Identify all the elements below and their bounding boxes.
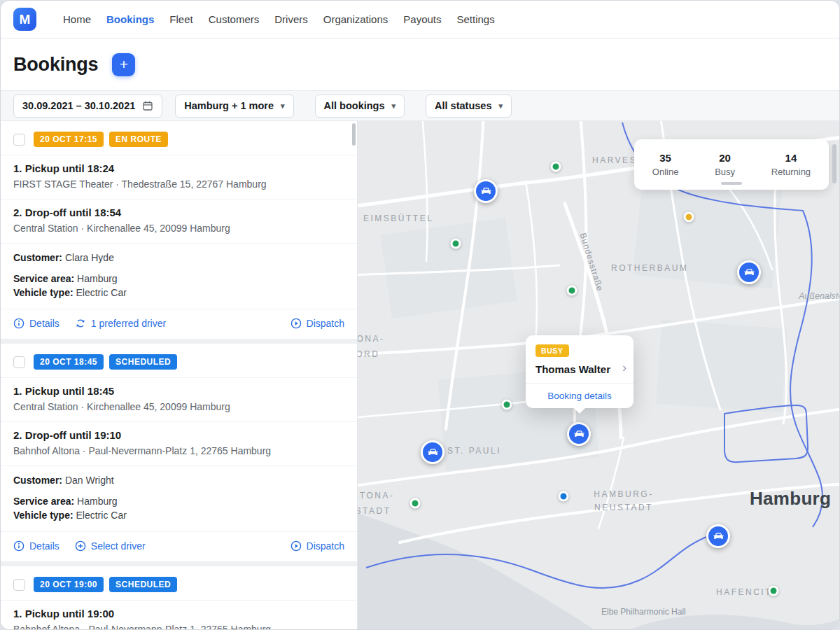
chevron-down-icon: ▾ xyxy=(281,102,285,110)
driver-popup: BUSY Thomas Walter › Booking details xyxy=(526,335,634,408)
details-link[interactable]: Details xyxy=(13,318,59,329)
status-dropdown[interactable]: All statuses ▾ xyxy=(426,94,512,118)
stat-returning: 14 Returning xyxy=(771,152,811,177)
nav-items: Home Bookings Fleet Customers Drivers Or… xyxy=(63,13,495,25)
filter-bar: 30.09.2021 – 30.10.2021 Hamburg + 1 more… xyxy=(1,90,839,121)
play-icon xyxy=(290,318,302,329)
driver-marker-online[interactable] xyxy=(567,286,578,296)
details-link[interactable]: Details xyxy=(13,540,59,552)
nav-item-home[interactable]: Home xyxy=(63,13,91,25)
driver-marker-online[interactable] xyxy=(410,498,421,509)
dropoff-title: 2. Drop-off until 19:10 xyxy=(13,429,344,441)
add-booking-button[interactable]: + xyxy=(112,53,135,76)
booking-status-badge: SCHEDULED xyxy=(109,354,177,370)
service-area-name: Hamburg xyxy=(77,496,118,507)
nav-item-bookings[interactable]: Bookings xyxy=(106,13,154,25)
preferred-driver-link[interactable]: 1 preferred driver xyxy=(75,318,166,329)
service-area-name: Hamburg xyxy=(77,273,118,284)
service-area-label: Service area: xyxy=(13,273,74,284)
service-area-label: Service area: xyxy=(13,496,74,507)
customer-label: Customer: xyxy=(13,475,62,486)
car-icon xyxy=(743,266,756,279)
dispatch-link[interactable]: Dispatch xyxy=(290,318,344,329)
dispatch-link[interactable]: Dispatch xyxy=(290,540,344,552)
pickup-title: 1. Pickup until 18:24 xyxy=(13,162,344,174)
stat-online: 35 Online xyxy=(652,152,679,177)
driver-marker-online[interactable] xyxy=(551,162,561,172)
nav-item-customers[interactable]: Customers xyxy=(209,13,260,25)
driver-marker-online[interactable] xyxy=(502,400,512,410)
nav-item-settings[interactable]: Settings xyxy=(457,13,495,25)
select-driver-link[interactable]: Select driver xyxy=(75,540,146,552)
nav-item-drivers[interactable]: Drivers xyxy=(274,13,308,25)
vehicle-type-name: Electric Car xyxy=(76,287,126,298)
lake-label: Außenalster xyxy=(799,291,839,301)
vehicle-type-label: Vehicle type: xyxy=(13,287,74,298)
car-icon xyxy=(426,446,440,459)
pickup-address: Central Station · Kirchenallee 45, 20099… xyxy=(13,401,344,412)
chevron-down-icon: ▾ xyxy=(498,102,503,110)
list-scrollbar[interactable] xyxy=(352,123,356,146)
map-scrollbar[interactable] xyxy=(832,144,836,183)
booking-datetime-badge: 20 OCT 17:15 xyxy=(34,132,104,147)
vehicle-marker[interactable] xyxy=(421,440,444,464)
vehicle-marker[interactable] xyxy=(706,524,730,548)
booking-checkbox[interactable] xyxy=(13,134,25,146)
chevron-right-icon[interactable]: › xyxy=(622,360,626,375)
booking-card: 20 OCT 17:15 EN ROUTE 1. Pickup until 18… xyxy=(1,121,357,339)
booking-status-badge: SCHEDULED xyxy=(109,577,177,592)
pickup-title: 1. Pickup until 19:00 xyxy=(13,608,344,620)
district-label: EIMSBÜTTEL xyxy=(363,214,433,223)
district-label: ALTONA- xyxy=(358,491,394,500)
app-logo[interactable]: M xyxy=(13,8,36,31)
service-area-dropdown[interactable]: Hamburg + 1 more ▾ xyxy=(175,94,293,118)
booking-type-dropdown[interactable]: All bookings ▾ xyxy=(315,94,405,118)
booking-card: 20 OCT 19:00 SCHEDULED 1. Pickup until 1… xyxy=(1,566,357,630)
date-range-picker[interactable]: 30.09.2021 – 30.10.2021 xyxy=(13,94,162,118)
booking-datetime-badge: 20 OCT 18:45 xyxy=(34,354,104,370)
driver-marker-returning[interactable] xyxy=(684,212,694,223)
customer-name: Clara Hyde xyxy=(65,252,114,263)
dropoff-address: Central Station · Kirchenallee 45, 20099… xyxy=(13,223,344,234)
status-value: All statuses xyxy=(435,100,491,111)
booking-details-link[interactable]: Booking details xyxy=(526,383,634,408)
vehicle-type-label: Vehicle type: xyxy=(13,510,74,521)
car-icon xyxy=(573,428,586,441)
driver-marker-busy[interactable] xyxy=(559,491,569,502)
pickup-address: FIRST STAGE Theater · Thedestraße 15, 22… xyxy=(13,178,344,190)
district-label: ROTHERBAUM xyxy=(611,263,688,273)
pickup-address: Bahnhof Altona · Paul-Nevermann-Platz 1,… xyxy=(13,624,344,630)
vehicle-marker[interactable] xyxy=(474,179,498,203)
driver-marker-online[interactable] xyxy=(451,239,461,249)
nav-item-payouts[interactable]: Payouts xyxy=(403,13,441,25)
date-range-value: 30.09.2021 – 30.10.2021 xyxy=(22,100,135,111)
info-icon xyxy=(13,318,24,329)
car-icon xyxy=(712,530,725,543)
booking-list: 20 OCT 17:15 EN ROUTE 1. Pickup until 18… xyxy=(1,121,358,630)
page-header: Bookings + xyxy=(1,38,839,90)
nav-item-fleet[interactable]: Fleet xyxy=(169,13,192,25)
booking-datetime-badge: 20 OCT 19:00 xyxy=(34,577,104,592)
page-title: Bookings xyxy=(13,54,98,76)
sync-icon xyxy=(75,318,86,329)
driver-marker-online[interactable] xyxy=(769,586,779,596)
pickup-title: 1. Pickup until 18:45 xyxy=(13,385,344,397)
top-navbar: M Home Bookings Fleet Customers Drivers … xyxy=(1,1,839,38)
stats-scrollbar[interactable] xyxy=(721,182,742,185)
plus-circle-icon xyxy=(75,540,86,552)
poi-label: Elbe Philharmonic Hall xyxy=(601,607,686,617)
customer-name: Dan Wright xyxy=(65,475,114,486)
district-label: ALTSTADT xyxy=(358,506,391,516)
stat-busy: 20 Busy xyxy=(715,152,735,177)
vehicle-marker[interactable] xyxy=(737,260,761,284)
booking-type-value: All bookings xyxy=(324,100,385,111)
booking-checkbox[interactable] xyxy=(13,579,25,591)
vehicle-marker-selected[interactable] xyxy=(567,422,591,446)
nav-item-organizations[interactable]: Organizations xyxy=(323,13,388,25)
city-label: Hamburg xyxy=(750,488,831,510)
district-label: NORD xyxy=(358,349,379,359)
district-label: ST. PAULI xyxy=(447,446,501,456)
map-panel[interactable]: EIMSBÜTTEL HARVESTEHUDE ROTHERBAUM ALTON… xyxy=(358,121,839,630)
booking-checkbox[interactable] xyxy=(13,356,25,368)
district-label: HAMBURG- NEUSTADT xyxy=(594,488,653,514)
